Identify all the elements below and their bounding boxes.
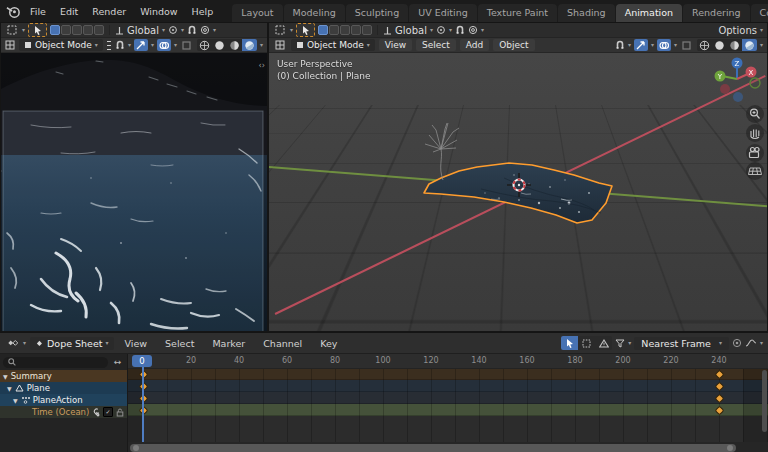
editor-type-icon[interactable] bbox=[5, 337, 19, 349]
proportional-icon[interactable] bbox=[200, 25, 210, 35]
orientation-label[interactable]: Global bbox=[127, 25, 159, 36]
scrollbar-track[interactable] bbox=[128, 442, 768, 452]
blender-logo-icon[interactable] bbox=[6, 4, 21, 19]
workspace-tab-layout[interactable]: Layout bbox=[232, 4, 282, 22]
chevron-down-icon bbox=[449, 27, 452, 33]
vertical-scrollbar[interactable] bbox=[762, 370, 767, 432]
shading-wireframe-icon[interactable] bbox=[697, 39, 712, 51]
box-select-tool-icon[interactable] bbox=[5, 24, 19, 36]
menu-select[interactable]: Select bbox=[416, 39, 456, 51]
expand-triangle-icon[interactable] bbox=[3, 373, 8, 380]
show-hidden-icon[interactable] bbox=[578, 336, 595, 350]
wrench-icon[interactable] bbox=[91, 408, 100, 417]
chevron-down-icon bbox=[162, 27, 165, 33]
shading-rendered-icon[interactable] bbox=[242, 39, 257, 51]
proportional-icon[interactable] bbox=[468, 25, 478, 35]
playhead[interactable] bbox=[142, 367, 144, 442]
editor-type-icon[interactable] bbox=[273, 39, 287, 51]
editor-type-icon[interactable] bbox=[5, 39, 15, 51]
tweak-tool-button[interactable] bbox=[28, 23, 47, 37]
menu-channel[interactable]: Channel bbox=[256, 338, 309, 349]
keyframe[interactable] bbox=[714, 369, 724, 379]
box-select-tool-icon[interactable] bbox=[273, 24, 287, 36]
current-frame-badge[interactable]: 0 bbox=[132, 355, 152, 367]
menu-window[interactable]: Window bbox=[133, 6, 184, 17]
dope-sheet-mode-dropdown[interactable]: Dope Sheet bbox=[30, 337, 114, 350]
channel-time-ocean[interactable]: Time (Ocean) bbox=[0, 406, 127, 418]
filter-funnel-icon[interactable] bbox=[615, 339, 625, 348]
ocean-plane-object bbox=[424, 163, 612, 223]
menu-file[interactable]: File bbox=[23, 6, 53, 17]
options-label[interactable]: Options bbox=[718, 25, 757, 36]
menu-object[interactable]: Object bbox=[493, 39, 534, 51]
keyframe[interactable] bbox=[714, 381, 724, 391]
shading-material-icon[interactable] bbox=[727, 39, 742, 51]
menu-add[interactable]: Add bbox=[460, 39, 489, 51]
select-mode-buttons[interactable] bbox=[318, 25, 372, 35]
channel-enable-checkbox[interactable] bbox=[103, 407, 113, 417]
keyframe[interactable] bbox=[714, 393, 724, 403]
ocean-render bbox=[1, 53, 267, 331]
workspace-tab-modeling[interactable]: Modeling bbox=[284, 4, 345, 22]
filter-toggle-group bbox=[561, 336, 612, 350]
timeline-ruler[interactable]: 20406080100120140160180200220240 0 bbox=[128, 354, 768, 369]
snap-icon[interactable] bbox=[115, 40, 125, 50]
channel-plane[interactable]: Plane bbox=[0, 382, 127, 394]
menu-select[interactable]: Select bbox=[158, 338, 201, 349]
overlays-toggle-icon[interactable] bbox=[657, 39, 671, 51]
lock-icon[interactable] bbox=[116, 408, 124, 417]
keyframe-area[interactable]: 20406080100120140160180200220240 0 bbox=[128, 354, 768, 442]
shading-solid-icon[interactable] bbox=[712, 39, 727, 51]
expand-triangle-icon[interactable] bbox=[7, 385, 12, 392]
menu-render[interactable]: Render bbox=[85, 6, 133, 17]
snap-mode-dropdown[interactable]: Nearest Frame bbox=[634, 337, 729, 350]
shading-material-icon[interactable] bbox=[227, 39, 242, 51]
workspace-tab-shading[interactable]: Shading bbox=[558, 4, 615, 22]
mode-dropdown[interactable]: Object Mode bbox=[291, 39, 375, 51]
workspace-tab-uv-editing[interactable]: UV Editing bbox=[409, 4, 477, 22]
menu-marker[interactable]: Marker bbox=[205, 338, 252, 349]
expand-triangle-icon[interactable] bbox=[13, 397, 18, 404]
pivot-icon[interactable] bbox=[436, 25, 446, 35]
gizmo-toggle-icon[interactable] bbox=[134, 39, 148, 51]
overlays-toggle-icon[interactable] bbox=[157, 39, 171, 51]
pivot-icon[interactable] bbox=[168, 25, 178, 35]
select-mode-buttons[interactable] bbox=[50, 25, 104, 35]
channel-summary[interactable]: Summary bbox=[0, 370, 127, 382]
only-selected-icon[interactable] bbox=[561, 336, 578, 350]
snap-icon[interactable] bbox=[455, 25, 465, 35]
menu-key[interactable]: Key bbox=[313, 338, 344, 349]
keyframe[interactable] bbox=[714, 405, 724, 415]
channel-plane-action[interactable]: PlaneAction bbox=[0, 394, 127, 406]
snap-icon[interactable] bbox=[615, 40, 625, 50]
xray-toggle-icon[interactable] bbox=[180, 39, 194, 51]
orientation-label[interactable]: Global bbox=[395, 25, 427, 36]
viewport-right-canvas[interactable]: Z Y X User Perspective (0) Collection | … bbox=[269, 53, 767, 331]
workspace-tab-sculpting[interactable]: Sculpting bbox=[346, 4, 408, 22]
menu-view[interactable]: View bbox=[379, 39, 412, 51]
shading-wireframe-icon[interactable] bbox=[197, 39, 212, 51]
tweak-tool-button[interactable] bbox=[296, 23, 315, 37]
workspace-tab-compositing[interactable]: Compositing bbox=[751, 4, 768, 22]
menu-view[interactable]: View bbox=[118, 338, 155, 349]
scrollbar-thumb[interactable] bbox=[130, 444, 736, 452]
mode-dropdown[interactable]: Object Mode bbox=[19, 39, 103, 51]
expand-channels-button[interactable] bbox=[111, 357, 124, 367]
interpolation-curve-icon[interactable] bbox=[745, 338, 757, 348]
search-input[interactable] bbox=[3, 357, 108, 368]
viewport-left-canvas[interactable]: ‹› bbox=[1, 53, 267, 331]
xray-toggle-icon[interactable] bbox=[680, 39, 694, 51]
gizmo-toggle-icon[interactable] bbox=[634, 39, 648, 51]
shading-rendered-icon[interactable] bbox=[742, 39, 757, 51]
workspace-tab-rendering[interactable]: Rendering bbox=[683, 4, 750, 22]
menu-edit[interactable]: Edit bbox=[53, 6, 85, 17]
sidebar-toggle-icon[interactable]: ‹› bbox=[259, 61, 265, 70]
proportional-icon[interactable] bbox=[732, 338, 742, 348]
workspace-tab-animation[interactable]: Animation bbox=[616, 4, 682, 22]
snap-icon[interactable] bbox=[187, 25, 197, 35]
show-errors-icon[interactable] bbox=[595, 336, 612, 350]
collapsed-menus-button[interactable] bbox=[107, 41, 111, 50]
workspace-tab-texture-paint[interactable]: Texture Paint bbox=[478, 4, 557, 22]
shading-solid-icon[interactable] bbox=[212, 39, 227, 51]
menu-help[interactable]: Help bbox=[185, 6, 221, 17]
